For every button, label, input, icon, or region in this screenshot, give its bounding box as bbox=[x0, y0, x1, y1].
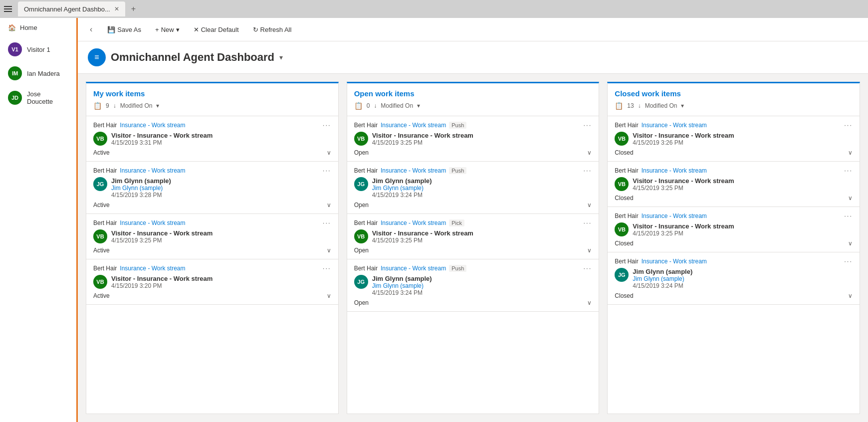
new-button[interactable]: + New ▾ bbox=[152, 24, 183, 35]
hamburger-menu[interactable] bbox=[4, 6, 12, 12]
work-stream-open-work-items-1[interactable]: Insurance - Work stream bbox=[381, 167, 446, 174]
col-sort-chevron-icon-my-work-items[interactable]: ▾ bbox=[156, 102, 159, 109]
item-title-open-work-items-1: Jim Glynn (sample) bbox=[372, 177, 592, 185]
item-expand-icon-closed-work-items-2[interactable]: ∨ bbox=[848, 240, 853, 247]
item-menu-closed-work-items-0[interactable]: ··· bbox=[844, 121, 853, 129]
work-stream-my-work-items-3[interactable]: Insurance - Work stream bbox=[120, 265, 185, 272]
avatar-ian: IM bbox=[8, 66, 22, 80]
item-header-closed-work-items-1: Bert Hair Insurance - Work stream ··· bbox=[615, 167, 853, 174]
item-details-closed-work-items-0: Visitor - Insurance - Work stream 4/15/2… bbox=[633, 132, 853, 146]
work-stream-my-work-items-0[interactable]: Insurance - Work stream bbox=[120, 122, 185, 129]
item-date-open-work-items-2: 4/15/2019 3:25 PM bbox=[372, 237, 592, 244]
col-sort-label-my-work-items[interactable]: Modified On bbox=[120, 102, 153, 109]
item-agents-my-work-items-0: Bert Hair Insurance - Work stream bbox=[93, 122, 186, 129]
item-avatar-open-work-items-2: VB bbox=[354, 229, 368, 243]
item-date-my-work-items-2: 4/15/2019 3:25 PM bbox=[111, 237, 331, 244]
item-body-closed-work-items-2: VB Visitor - Insurance - Work stream 4/1… bbox=[615, 222, 853, 237]
item-menu-my-work-items-0[interactable]: ··· bbox=[323, 121, 331, 129]
new-icon: + bbox=[155, 26, 159, 33]
work-stream-open-work-items-0[interactable]: Insurance - Work stream bbox=[381, 122, 446, 129]
work-stream-closed-work-items-3[interactable]: Insurance - Work stream bbox=[642, 258, 707, 265]
col-icon-my-work-items: 📋 bbox=[93, 102, 102, 110]
item-agents-my-work-items-2: Bert Hair Insurance - Work stream bbox=[93, 219, 186, 226]
work-stream-my-work-items-1[interactable]: Insurance - Work stream bbox=[120, 167, 185, 174]
page-title-chevron-icon[interactable]: ▾ bbox=[279, 53, 283, 61]
col-header-my-work-items: My work items 📋 9 ↓ Modified On ▾ bbox=[86, 83, 338, 116]
item-status-open-work-items-2: Open bbox=[354, 247, 369, 254]
work-stream-closed-work-items-2[interactable]: Insurance - Work stream bbox=[642, 212, 707, 219]
col-title-closed-work-items: Closed work items bbox=[615, 89, 853, 98]
col-sort-arrow-icon-closed-work-items[interactable]: ↓ bbox=[638, 102, 641, 109]
item-menu-open-work-items-1[interactable]: ··· bbox=[584, 167, 592, 174]
col-header-open-work-items: Open work items 📋 0 ↓ Modified On ▾ bbox=[347, 83, 599, 116]
item-menu-my-work-items-1[interactable]: ··· bbox=[323, 167, 331, 174]
active-tab[interactable]: Omnichannel Agent Dashbo... ✕ bbox=[18, 1, 125, 16]
item-menu-my-work-items-3[interactable]: ··· bbox=[323, 264, 331, 272]
item-menu-closed-work-items-3[interactable]: ··· bbox=[844, 257, 853, 265]
item-expand-icon-my-work-items-3[interactable]: ∨ bbox=[327, 292, 331, 299]
col-sort-chevron-icon-open-work-items[interactable]: ▾ bbox=[417, 102, 420, 109]
item-body-my-work-items-0: VB Visitor - Insurance - Work stream 4/1… bbox=[93, 132, 331, 146]
item-link-open-work-items-3[interactable]: Jim Glynn (sample) bbox=[372, 282, 592, 289]
item-menu-open-work-items-3[interactable]: ··· bbox=[584, 264, 592, 272]
item-menu-closed-work-items-1[interactable]: ··· bbox=[844, 167, 853, 174]
item-expand-icon-closed-work-items-0[interactable]: ∨ bbox=[848, 149, 853, 156]
work-stream-my-work-items-2[interactable]: Insurance - Work stream bbox=[120, 219, 185, 226]
item-status-open-work-items-0: Open bbox=[354, 149, 369, 156]
item-status-my-work-items-0: Active bbox=[93, 149, 110, 156]
item-expand-icon-closed-work-items-1[interactable]: ∨ bbox=[848, 195, 853, 202]
item-details-closed-work-items-2: Visitor - Insurance - Work stream 4/15/2… bbox=[633, 222, 853, 237]
item-menu-my-work-items-2[interactable]: ··· bbox=[323, 219, 331, 226]
save-as-button[interactable]: 💾 Save As bbox=[104, 24, 144, 35]
item-avatar-closed-work-items-2: VB bbox=[615, 222, 629, 236]
item-details-open-work-items-2: Visitor - Insurance - Work stream 4/15/2… bbox=[372, 229, 592, 244]
back-button[interactable]: ‹ bbox=[86, 23, 96, 36]
item-expand-icon-my-work-items-2[interactable]: ∨ bbox=[327, 247, 331, 254]
sidebar-item-visitor1[interactable]: V1 Visitor 1 bbox=[0, 37, 76, 61]
work-stream-closed-work-items-1[interactable]: Insurance - Work stream bbox=[642, 167, 707, 174]
sidebar-home[interactable]: 🏠 Home bbox=[0, 18, 76, 37]
item-agents-my-work-items-3: Bert Hair Insurance - Work stream bbox=[93, 265, 186, 272]
item-expand-icon-open-work-items-1[interactable]: ∨ bbox=[587, 202, 592, 209]
col-count-my-work-items: 9 bbox=[106, 102, 109, 109]
item-details-my-work-items-2: Visitor - Insurance - Work stream 4/15/2… bbox=[111, 229, 331, 244]
refresh-all-button[interactable]: ↻ Refresh All bbox=[250, 24, 295, 35]
item-status-closed-work-items-2: Closed bbox=[615, 240, 633, 247]
item-agents-closed-work-items-3: Bert Hair Insurance - Work stream bbox=[615, 258, 707, 265]
item-link-closed-work-items-3[interactable]: Jim Glynn (sample) bbox=[633, 275, 853, 282]
col-sort-arrow-icon-open-work-items[interactable]: ↓ bbox=[374, 102, 377, 109]
item-expand-icon-my-work-items-1[interactable]: ∨ bbox=[327, 202, 331, 209]
item-expand-icon-closed-work-items-3[interactable]: ∨ bbox=[848, 292, 853, 299]
item-agents-open-work-items-2: Bert Hair Insurance - Work stream Pick bbox=[354, 219, 464, 226]
item-expand-icon-open-work-items-3[interactable]: ∨ bbox=[587, 299, 592, 306]
work-stream-closed-work-items-0[interactable]: Insurance - Work stream bbox=[642, 122, 707, 129]
item-avatar-closed-work-items-0: VB bbox=[615, 132, 629, 146]
col-sort-arrow-icon-my-work-items[interactable]: ↓ bbox=[113, 102, 116, 109]
item-footer-open-work-items-2: Open ∨ bbox=[354, 247, 592, 254]
sidebar-name-jose: Jose Doucette bbox=[27, 90, 68, 105]
item-link-my-work-items-1[interactable]: Jim Glynn (sample) bbox=[111, 185, 331, 192]
close-tab-icon[interactable]: ✕ bbox=[114, 5, 119, 12]
item-expand-icon-open-work-items-2[interactable]: ∨ bbox=[587, 247, 592, 254]
item-footer-open-work-items-1: Open ∨ bbox=[354, 202, 592, 209]
col-sort-label-closed-work-items[interactable]: Modified On bbox=[645, 102, 677, 109]
col-title-open-work-items: Open work items bbox=[354, 89, 592, 98]
item-menu-closed-work-items-2[interactable]: ··· bbox=[844, 212, 853, 219]
item-link-open-work-items-1[interactable]: Jim Glynn (sample) bbox=[372, 185, 592, 192]
col-title-my-work-items: My work items bbox=[93, 89, 331, 98]
item-expand-icon-open-work-items-0[interactable]: ∨ bbox=[587, 149, 592, 156]
item-expand-icon-my-work-items-0[interactable]: ∨ bbox=[327, 149, 331, 156]
badge-open-work-items-0: Push bbox=[449, 122, 466, 129]
item-menu-open-work-items-2[interactable]: ··· bbox=[584, 219, 592, 226]
work-stream-open-work-items-2[interactable]: Insurance - Work stream bbox=[381, 219, 446, 226]
item-footer-closed-work-items-1: Closed ∨ bbox=[615, 195, 853, 202]
add-tab-button[interactable]: + bbox=[127, 2, 140, 15]
col-sort-chevron-icon-closed-work-items[interactable]: ▾ bbox=[681, 102, 684, 109]
item-agents-closed-work-items-0: Bert Hair Insurance - Work stream bbox=[615, 122, 707, 129]
col-sort-label-open-work-items[interactable]: Modified On bbox=[381, 102, 413, 109]
work-stream-open-work-items-3[interactable]: Insurance - Work stream bbox=[381, 265, 446, 272]
clear-default-button[interactable]: ✕ Clear Default bbox=[191, 24, 242, 35]
sidebar-item-ian[interactable]: IM Ian Madera bbox=[0, 61, 76, 85]
sidebar-item-jose[interactable]: JD Jose Doucette bbox=[0, 85, 76, 110]
item-menu-open-work-items-0[interactable]: ··· bbox=[584, 121, 592, 129]
